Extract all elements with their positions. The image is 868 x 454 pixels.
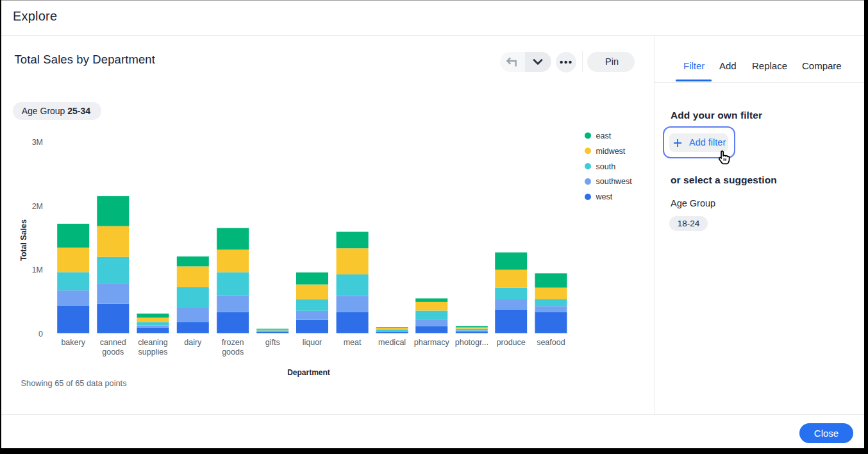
svg-text:goods: goods xyxy=(222,348,244,357)
svg-text:cleaning: cleaning xyxy=(138,338,168,347)
svg-text:seafood: seafood xyxy=(537,338,565,347)
svg-text:midwest: midwest xyxy=(596,147,626,156)
svg-text:supplies: supplies xyxy=(138,348,168,357)
svg-text:southwest: southwest xyxy=(596,177,633,186)
svg-text:gifts: gifts xyxy=(265,338,280,347)
svg-text:frozen: frozen xyxy=(222,338,244,347)
svg-text:produce: produce xyxy=(497,338,526,347)
svg-text:Total Sales: Total Sales xyxy=(19,219,28,261)
svg-text:bakery: bakery xyxy=(61,338,85,347)
svg-text:3M: 3M xyxy=(32,138,43,147)
svg-text:Showing 65 of 65 data points: Showing 65 of 65 data points xyxy=(21,378,127,388)
svg-text:south: south xyxy=(596,162,616,171)
svg-text:photogr...: photogr... xyxy=(455,338,488,347)
svg-text:pharmacy: pharmacy xyxy=(414,338,450,347)
svg-text:Department: Department xyxy=(287,368,330,377)
svg-text:canned: canned xyxy=(100,338,126,347)
svg-text:dairy: dairy xyxy=(184,338,202,347)
svg-text:1M: 1M xyxy=(32,265,43,274)
svg-text:2M: 2M xyxy=(32,202,43,211)
svg-text:medical: medical xyxy=(378,338,406,347)
svg-text:0: 0 xyxy=(38,330,43,339)
svg-text:west: west xyxy=(596,192,613,201)
svg-text:liquor: liquor xyxy=(303,338,322,347)
svg-text:goods: goods xyxy=(102,348,124,357)
svg-text:meat: meat xyxy=(344,338,362,347)
svg-text:east: east xyxy=(596,131,612,140)
